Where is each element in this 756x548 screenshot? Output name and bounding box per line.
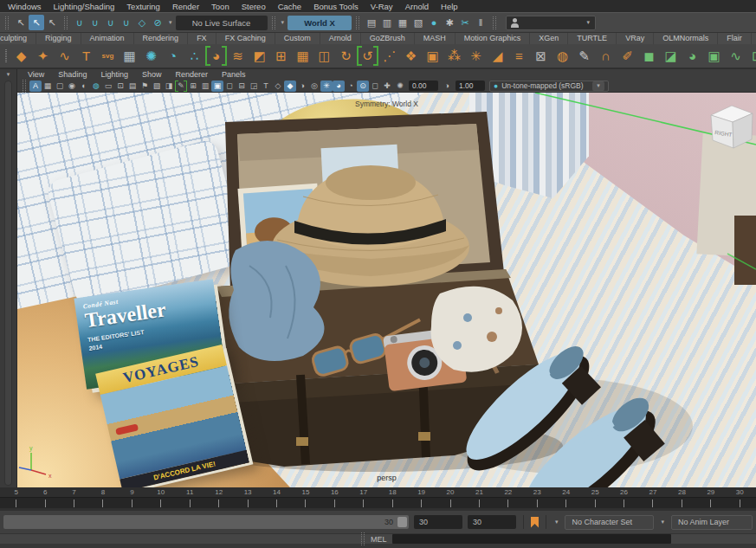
shelf-tab[interactable]: VRay: [617, 33, 654, 44]
pause-viewport-icon[interactable]: ‖: [473, 15, 488, 30]
knife-tool-icon[interactable]: ✎: [573, 45, 595, 67]
mash-scatter-icon[interactable]: ⋰: [378, 45, 400, 67]
globe-distribute-icon[interactable]: ◍: [552, 45, 573, 67]
light-editor-icon[interactable]: ✺: [140, 45, 162, 67]
svg-import-icon[interactable]: svg: [97, 45, 119, 67]
menu-item[interactable]: Cache: [272, 2, 307, 11]
ipr-render-icon[interactable]: ▦: [395, 15, 410, 30]
mash-offset-icon[interactable]: ◫: [313, 45, 335, 67]
menu-item[interactable]: Arnold: [399, 2, 435, 11]
toolbar-grip[interactable]: [361, 532, 365, 545]
menu-item[interactable]: Bonus Tools: [307, 2, 365, 11]
panel-menu-item[interactable]: Lighting: [94, 70, 135, 79]
resolution-gate-icon[interactable]: ◉: [66, 81, 78, 92]
motion-blur-icon[interactable]: ✳: [320, 81, 333, 92]
polygon-platonic-icon[interactable]: ◆: [10, 45, 32, 67]
snap-to-grid-icon[interactable]: ∪: [72, 15, 87, 30]
set-key-icon[interactable]: [531, 517, 539, 528]
flair-screen-icon[interactable]: ⊡: [746, 45, 756, 67]
colorspace-dropdown[interactable]: ● Un-tone-mapped (sRGB) ▾: [489, 81, 609, 92]
render-sequence-icon[interactable]: ▧: [410, 15, 426, 30]
toolbar-grip[interactable]: [23, 80, 26, 93]
shelf-tab[interactable]: Animation: [81, 33, 134, 44]
snap-to-curve-icon[interactable]: ∪: [87, 15, 103, 30]
gamma-icon[interactable]: ◑: [441, 81, 453, 92]
pan-zoom-icon[interactable]: ◨: [163, 81, 175, 92]
snap-to-view-plane-icon[interactable]: ◇: [134, 15, 150, 30]
quick-selection-field[interactable]: ▾: [506, 16, 596, 30]
points-display-icon[interactable]: ▥: [199, 81, 211, 92]
command-language-label[interactable]: MEL: [371, 535, 387, 544]
playback-range-slider[interactable]: 30: [3, 515, 409, 529]
all-lights-icon[interactable]: ◆: [284, 81, 296, 92]
shelf-tab[interactable]: FX: [188, 33, 216, 44]
mash-orient-icon[interactable]: ↻: [335, 45, 357, 67]
grid-toggle-icon[interactable]: ▦: [42, 81, 54, 92]
menu-item[interactable]: V-Ray: [365, 2, 399, 11]
flair-curve-icon[interactable]: ∿: [725, 45, 746, 67]
mash-cube-icon[interactable]: ▣: [422, 45, 443, 67]
wireframe-on-shaded-icon[interactable]: ⊟: [236, 81, 248, 92]
open-render-view-icon[interactable]: ▤: [364, 15, 379, 30]
camera-attributes-icon[interactable]: ▤: [126, 81, 139, 92]
animation-end-field[interactable]: 30: [468, 515, 516, 529]
panel-menu-item[interactable]: Shading: [51, 70, 94, 79]
toolbar-grip[interactable]: [5, 16, 9, 29]
toolbar-grip[interactable]: [272, 16, 275, 29]
shelf-tab[interactable]: TURTLE: [568, 33, 617, 44]
menu-item[interactable]: Texturing: [120, 2, 166, 11]
select-component-icon[interactable]: ↖: [44, 15, 60, 30]
shelf-tab[interactable]: XGen: [530, 33, 568, 44]
shelf-tab[interactable]: MASH: [415, 33, 456, 44]
field-chart-icon[interactable]: ◍: [90, 81, 102, 92]
panel-menu-item[interactable]: Panels: [215, 70, 253, 79]
exposure-icon[interactable]: ✺: [394, 81, 406, 92]
grease-pencil-icon[interactable]: ✎: [175, 81, 187, 92]
menu-item[interactable]: Windows: [2, 2, 48, 11]
shelf-tab[interactable]: GoZBrush: [361, 33, 415, 44]
panel-menu-item[interactable]: Renderer: [168, 70, 215, 79]
select-hierarchy-icon[interactable]: ↖: [13, 15, 29, 30]
panel-menu-item[interactable]: Show: [135, 70, 169, 79]
playback-end-field[interactable]: 30: [414, 515, 462, 529]
textured-t-icon[interactable]: T: [260, 81, 272, 92]
shelf-tab[interactable]: Sculpting: [0, 33, 36, 44]
flair-patch-icon[interactable]: ◪: [660, 45, 682, 67]
shelf-tab[interactable]: FX Caching: [216, 33, 275, 44]
mash-stack-icon[interactable]: ≡: [508, 45, 530, 67]
mash-world-icon[interactable]: ≋: [227, 45, 249, 67]
mash-tiles-icon[interactable]: ❖: [400, 45, 422, 67]
film-gate-icon[interactable]: ▢: [54, 81, 66, 92]
toolbar-grip[interactable]: [64, 16, 68, 29]
render-current-frame-icon[interactable]: ▥: [379, 15, 395, 30]
range-handle[interactable]: [397, 517, 407, 527]
collapse-caret-icon[interactable]: ▾: [5, 71, 12, 78]
safe-action-icon[interactable]: ▭: [102, 81, 114, 92]
mash-network-icon[interactable]: ◕: [205, 45, 227, 67]
camera-select-icon[interactable]: A: [29, 81, 42, 92]
toolbar-grip[interactable]: [356, 16, 359, 29]
shelf-tab[interactable]: Rendering: [134, 33, 189, 44]
dropdown-caret-icon[interactable]: ▾: [280, 19, 287, 26]
time-slider-numbers[interactable]: 5678910111213141516171819202122232425262…: [0, 487, 756, 497]
display-settings-icon[interactable]: ✚: [381, 81, 393, 92]
xray-icon[interactable]: ◕: [333, 81, 345, 92]
mash-dynamics-icon[interactable]: ⊞: [270, 45, 292, 67]
image-plane-icon[interactable]: ▧: [151, 81, 163, 92]
menu-item[interactable]: Help: [435, 2, 464, 11]
character-set-dropdown[interactable]: No Character Set: [565, 515, 654, 530]
default-lighting-icon[interactable]: ◇: [272, 81, 284, 92]
snap-to-projected-center-icon[interactable]: ∪: [119, 15, 134, 30]
occlusion-icon[interactable]: ◎: [308, 81, 320, 92]
xray-joints-icon[interactable]: ◔: [345, 81, 357, 92]
reset-origin-icon[interactable]: ∴: [184, 45, 205, 67]
viewcube[interactable]: RIGHT: [711, 106, 753, 148]
menu-item[interactable]: Stereo: [236, 2, 272, 11]
mash-grid-icon[interactable]: ▦: [292, 45, 313, 67]
snap-to-point-icon[interactable]: ∪: [103, 15, 119, 30]
toolbar-grip[interactable]: [5, 49, 7, 62]
anim-layer-dropdown[interactable]: No Anim Layer: [671, 515, 753, 530]
shelf-tab[interactable]: Motion Graphics: [456, 33, 531, 44]
mash-repro-icon[interactable]: ↺: [357, 45, 378, 67]
bookmark-icon[interactable]: ⚑: [139, 81, 151, 92]
